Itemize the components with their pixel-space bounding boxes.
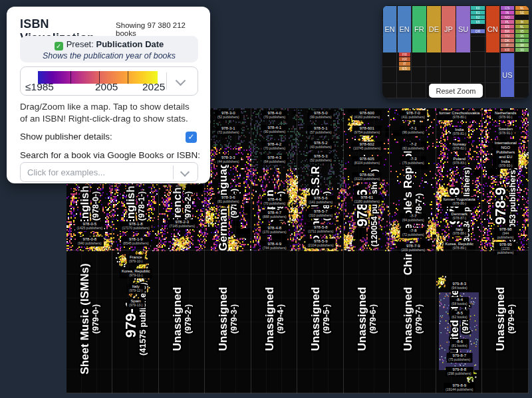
map-sublabel[interactable]: Korea, Republic(978-89-) — [443, 241, 475, 251]
map-sublabel[interactable]: 978-4-2(70 publishers) — [261, 142, 287, 151]
map-sublabel[interactable]: 978-5-3(52 publishers) — [308, 153, 334, 163]
map-sublabel[interactable]: 979-8-7(75 publishers) — [446, 353, 472, 363]
map-sublabel[interactable]: -8-5(62 books) — [450, 310, 469, 320]
map-region-label[interactable]: Unassigned(979-3-) — [213, 246, 243, 392]
map-sublabel[interactable]: 978-5-2(43 publishers) — [308, 140, 334, 150]
map-sublabel[interactable]: 978-4-0(70 publishers) — [261, 110, 287, 120]
colormap-selector[interactable]: ≤1985 2005 2025 — [20, 66, 198, 96]
minimap-region-cn-7[interactable]: CN — [486, 6, 500, 52]
minimap-region-it[interactable]: IT — [399, 62, 410, 66]
map-region-label[interactable]: Unassigned(979-4-) — [260, 246, 289, 392]
map-sublabel[interactable]: 978-7-9(209 publishers) — [399, 243, 427, 253]
search-select[interactable]: Click for examples... — [20, 162, 198, 182]
minimap-region-yu[interactable]: YU — [501, 34, 515, 38]
minimap-region-62[interactable]: 62 — [471, 15, 485, 19]
map-sublabel[interactable]: former Czechoslovakia(978-80-) — [437, 110, 481, 120]
map-sublabel[interactable]: Norway(978-82-) — [450, 142, 468, 151]
minimap-region-kr[interactable]: KR — [399, 57, 410, 61]
map-sublabel[interactable]: 978-3-6(81 publishers) — [215, 195, 241, 205]
map-sublabel[interactable]: 978-2-3(7145 publishers) — [167, 219, 197, 229]
map-sublabel[interactable]: -7-1(96 publishers) — [400, 126, 426, 136]
map-region-label[interactable]: Unassigned(979-5-) — [306, 246, 335, 392]
map-sublabel[interactable]: Sweden(978-91-) — [496, 126, 515, 136]
map-sublabel[interactable]: 978-0-8(940 publishers) — [76, 237, 104, 247]
map-sublabel[interactable]: 978-99(1230 publishers) — [494, 242, 517, 255]
minimap-region-95[interactable]: 95 — [515, 29, 529, 33]
minimap-region-dk[interactable]: DK — [501, 39, 515, 43]
map-sublabel[interactable]: -7-8(72 publishers) — [400, 228, 426, 238]
map-region-label[interactable]: Unassigned(979-9-) — [491, 246, 520, 392]
minimap-region-us[interactable]: US — [501, 53, 515, 97]
map-sublabel[interactable]: 978-3-1(72 publishers) — [215, 126, 241, 136]
map-sublabel[interactable]: 978-601(9754 publishers) — [352, 126, 382, 136]
map-sublabel[interactable]: Korea, Republic(979-11-) — [120, 268, 152, 278]
map-region-label[interactable]: Unassigned(979-6-) — [352, 246, 382, 392]
map-sublabel[interactable]: 978-606(3120 publishers) — [352, 172, 382, 182]
minimap-region-in[interactable]: IN — [501, 11, 515, 15]
map-sublabel[interactable]: India(978-93-) — [497, 159, 515, 169]
minimap-region-61[interactable]: 61 — [471, 11, 485, 15]
minimap-region-65[interactable]: 65 — [471, 20, 485, 24]
map-sublabel[interactable]: India(978-81-) — [450, 127, 468, 137]
map-sublabel[interactable]: -7-2(82 publishers) — [400, 142, 426, 151]
map-sublabel[interactable]: 978-1-9(8545 publishers) — [121, 237, 151, 247]
map-region-label[interactable]: Unassigned(979-2-) — [168, 246, 197, 392]
minimap-region-nl[interactable]: NL — [515, 6, 529, 10]
map-sublabel[interactable]: 978-5-7(310 publishers) — [307, 209, 334, 219]
map-sublabel[interactable]: 978-4-6(70 publishers) — [261, 197, 287, 207]
minimap-region-kr[interactable]: KR — [501, 48, 515, 52]
minimap-region-se[interactable]: SE — [515, 11, 529, 15]
minimap-region-en-0[interactable]: EN — [383, 6, 397, 52]
minimap-region-br[interactable]: BR — [501, 29, 515, 33]
minimap-region-en-1[interactable]: EN — [398, 6, 412, 52]
map-sublabel[interactable]: 978-4-7(888 publishers) — [261, 210, 289, 220]
preset-box[interactable]: ✓Preset: Publication Date Shows the publ… — [20, 36, 198, 62]
minimap-region-97[interactable]: 97 — [515, 39, 529, 43]
map-sublabel[interactable]: 978-3-3(44 publishers) — [215, 155, 241, 165]
map-sublabel[interactable]: 978-98(944 publishers) — [494, 227, 517, 240]
minimap-region-98[interactable]: 98 — [515, 43, 529, 47]
show-publisher-checkbox[interactable]: ✓ — [186, 132, 197, 143]
minimap-region-60[interactable]: 60 — [471, 6, 485, 10]
minimap-region-dr[interactable]: DR — [471, 29, 485, 33]
map-region-label[interactable]: Unassigned(979-7-) — [398, 246, 428, 392]
minimap-region-pl[interactable]: PL — [501, 20, 515, 24]
map-sublabel[interactable]: 978-61(1180 publishers) — [352, 195, 382, 205]
map-sublabel[interactable]: 979-8-3(94 books) — [450, 281, 469, 291]
map-sublabel[interactable]: -8-6(81 books) — [450, 339, 469, 349]
minimap-region-de-3[interactable]: DE — [427, 6, 441, 52]
map-region-label[interactable]: Sheet Music (ISMNs)(979-0-) — [75, 246, 104, 392]
map-sublabel[interactable]: Spain(979-13-) — [127, 298, 145, 308]
map-sublabel[interactable]: Italy(979-12-) — [127, 284, 145, 294]
minimap-region-no[interactable]: NO — [501, 15, 515, 19]
minimap-region-nl[interactable]: NL — [515, 25, 529, 29]
map-sublabel[interactable]: 978-7-0(411 publishers) — [400, 110, 427, 120]
minimap-region-es[interactable]: ES — [501, 25, 515, 29]
map-sublabel[interactable]: 978-5-8(1711 publishers) — [306, 225, 335, 235]
minimap-region-cs[interactable]: CS — [501, 6, 515, 10]
map-sublabel[interactable]: Poland(978-83-) — [450, 156, 468, 166]
minimap-region-99[interactable]: 99 — [515, 48, 529, 52]
map-sublabel[interactable]: 978-4-8(170 publishers) — [261, 225, 289, 235]
map-sublabel[interactable]: Italy(978-88-) — [450, 227, 468, 237]
map-sublabel[interactable]: 978-600(4160 publishers) — [352, 110, 382, 120]
map-sublabel[interactable]: 978-0-5(1425 publishers) — [74, 221, 104, 231]
minimap-region-96[interactable]: 96 — [515, 34, 529, 38]
map-sublabel[interactable]: 978-5-0(99 publishers) — [308, 110, 334, 120]
minimap-region-es[interactable]: ES — [399, 66, 410, 70]
minimap-region-fr-2[interactable]: FR — [412, 6, 426, 52]
map-sublabel[interactable]: 978-602(10745 publishers) — [351, 142, 382, 151]
map-sublabel[interactable]: Denmark(978-87-) — [450, 211, 469, 221]
minimap-region-in[interactable]: IN — [515, 20, 529, 24]
map-sublabel[interactable]: 978-5-9(2104 publishers) — [306, 239, 336, 249]
map-sublabel[interactable]: former Yugoslavia(978-86-) — [442, 197, 477, 207]
map-sublabel[interactable]: 979-8-8(298 publishers) — [446, 367, 473, 377]
map-sublabel[interactable]: 978-4-9(744 publishers) — [261, 241, 289, 251]
map-sublabel[interactable]: 978-4-1(90 publishers) — [261, 125, 287, 135]
map-sublabel[interactable]: France(979-10-) — [127, 254, 145, 264]
map-sublabel[interactable]: Netherlands(978-90-) — [493, 110, 518, 120]
map-sublabel[interactable]: -7-3(75 publishers) — [400, 156, 426, 166]
minimap-region-jp-4[interactable]: JP — [442, 6, 456, 52]
map-sublabel[interactable]: 978-3-0(52 publishers) — [215, 110, 241, 120]
reset-zoom-button[interactable]: Reset Zoom — [429, 84, 483, 98]
